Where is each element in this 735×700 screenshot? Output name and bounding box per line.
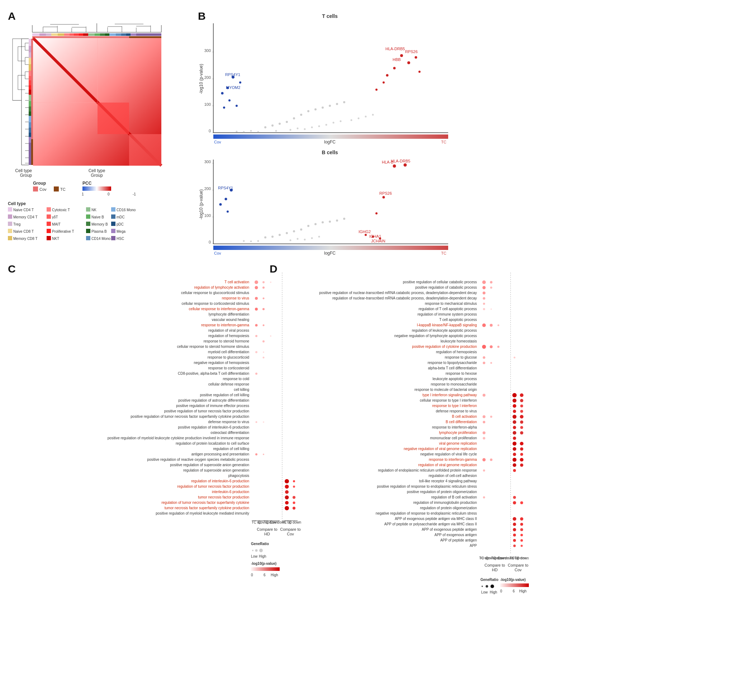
svg-text:regulation of tumor necrosis f: regulation of tumor necrosis factor supe… — [161, 501, 249, 504]
svg-point-277 — [255, 453, 257, 456]
svg-point-406 — [513, 458, 517, 462]
svg-point-151 — [250, 130, 252, 132]
svg-point-378 — [513, 399, 517, 403]
svg-point-411 — [513, 469, 516, 472]
svg-point-276 — [263, 421, 264, 423]
svg-text:0: 0 — [251, 573, 253, 577]
panel-d-group1-label2: HD — [492, 568, 498, 572]
svg-text:osteoclast differentiation: osteoclast differentiation — [210, 431, 249, 435]
svg-text:CD8-positive, alpha-beta T cel: CD8-positive, alpha-beta T cell differen… — [178, 372, 249, 375]
celltype-legend-title: Cell type — [8, 201, 26, 206]
svg-point-284 — [285, 496, 289, 500]
svg-rect-21 — [51, 33, 58, 36]
svg-text:regulation of superoxide anion: regulation of superoxide anion generatio… — [183, 468, 249, 472]
color-bar-top — [32, 33, 161, 36]
svg-rect-32 — [109, 33, 116, 36]
svg-text:positive regulation of cell ki: positive regulation of cell killing — [200, 393, 249, 397]
svg-rect-28 — [88, 33, 95, 36]
svg-text:negative regulation of respons: negative regulation of response to endop… — [376, 511, 477, 515]
celltype-mait: MAIT — [52, 222, 60, 226]
svg-point-413 — [513, 496, 516, 499]
panel-c-high-label: High — [271, 573, 278, 577]
svg-point-144 — [297, 128, 298, 129]
svg-point-274 — [255, 373, 257, 375]
svg-point-366 — [490, 324, 492, 327]
svg-text:regulation of leukocyte apopto: regulation of leukocyte apoptotic proces… — [412, 328, 477, 332]
svg-point-393 — [482, 431, 485, 434]
svg-point-268 — [255, 335, 257, 337]
pcc-legend-title: PCC — [82, 181, 92, 186]
svg-text:positive regulation of nuclear: positive regulation of nuclear-transcrib… — [319, 291, 477, 295]
celltype-naiveb: Naive B — [91, 215, 104, 219]
svg-text:APP of peptide or polysacchari: APP of peptide or polysaccharide antigen… — [384, 522, 477, 526]
svg-point-272 — [263, 351, 264, 353]
volcano-bottom-title: B cells — [322, 150, 338, 155]
gene-rps26-bottom: RPS26 — [379, 191, 392, 196]
svg-point-371 — [483, 356, 485, 359]
gene-rps26-top: RPS26 — [405, 50, 418, 54]
svg-rect-108 — [86, 215, 90, 219]
svg-point-273 — [263, 357, 265, 359]
svg-text:response to hexose: response to hexose — [445, 372, 477, 375]
panel-d-label: D — [270, 263, 278, 275]
svg-text:response to lipopolysaccharide: response to lipopolysaccharide — [428, 361, 477, 365]
svg-text:0: 0 — [500, 589, 502, 593]
svg-point-395 — [520, 431, 523, 435]
svg-point-207 — [393, 165, 396, 168]
celltype-mega: Mega — [116, 229, 125, 234]
svg-point-405 — [490, 459, 492, 461]
svg-text:positive regulation of tumor n: positive regulation of tumor necrosis fa… — [164, 409, 249, 413]
svg-point-172 — [375, 88, 378, 91]
svg-rect-114 — [8, 229, 12, 233]
svg-rect-78 — [29, 71, 31, 76]
svg-point-171 — [382, 81, 385, 84]
svg-point-380 — [513, 404, 516, 408]
svg-point-267 — [263, 325, 265, 326]
svg-point-437 — [491, 585, 494, 588]
svg-point-133 — [315, 108, 317, 110]
svg-point-203 — [225, 198, 227, 200]
svg-text:T cell activation: T cell activation — [225, 280, 249, 284]
svg-text:-log10(p-value): -log10(p-value) — [251, 562, 276, 566]
svg-rect-75 — [29, 52, 31, 58]
volcano-bottom-tc-label: TC — [441, 251, 446, 255]
svg-text:regulation of interleukin-6 pr: regulation of interleukin-6 production — [191, 479, 249, 483]
svg-point-264 — [255, 308, 258, 310]
gene-myom2-top: MYOM2 — [226, 85, 240, 90]
panel-a-label: A — [8, 10, 16, 22]
svg-point-381 — [520, 404, 523, 407]
svg-text:positive regulation of protein: positive regulation of protein oligomeri… — [407, 490, 477, 494]
svg-point-205 — [226, 210, 229, 213]
svg-rect-99 — [33, 187, 38, 191]
svg-point-297 — [252, 550, 253, 551]
svg-point-187 — [322, 221, 324, 224]
svg-point-134 — [286, 121, 288, 123]
svg-point-288 — [285, 506, 289, 510]
svg-rect-120 — [86, 236, 90, 240]
svg-rect-73 — [29, 39, 31, 46]
svg-rect-100 — [54, 187, 59, 191]
svg-point-385 — [490, 416, 492, 418]
svg-rect-33 — [116, 33, 121, 36]
svg-text:GeneRatio: GeneRatio — [481, 578, 498, 582]
celltype-memorycd8t: Memory CD8 T — [13, 237, 38, 241]
svg-point-383 — [520, 410, 523, 413]
svg-rect-29 — [95, 33, 100, 36]
svg-point-421 — [520, 528, 523, 531]
celltype-plasmab: Plasma B — [91, 229, 107, 234]
svg-point-190 — [279, 234, 281, 236]
svg-text:response to cold: response to cold — [223, 377, 249, 381]
svg-point-137 — [329, 105, 331, 107]
svg-text:response to interferon-gamma: response to interferon-gamma — [429, 457, 477, 462]
svg-point-153 — [358, 118, 360, 119]
svg-text:positive regulation of catabol: positive regulation of catabolic process — [415, 285, 477, 290]
svg-point-392 — [520, 426, 523, 429]
svg-point-206 — [404, 163, 407, 167]
svg-point-299 — [259, 549, 263, 552]
svg-text:regulation of B cell activatio: regulation of B cell activation — [431, 495, 477, 499]
svg-text:regulation of cell killing: regulation of cell killing — [213, 447, 249, 451]
svg-rect-25 — [74, 33, 79, 36]
svg-point-357 — [490, 281, 492, 284]
svg-point-163 — [235, 105, 238, 107]
svg-point-374 — [491, 362, 492, 364]
